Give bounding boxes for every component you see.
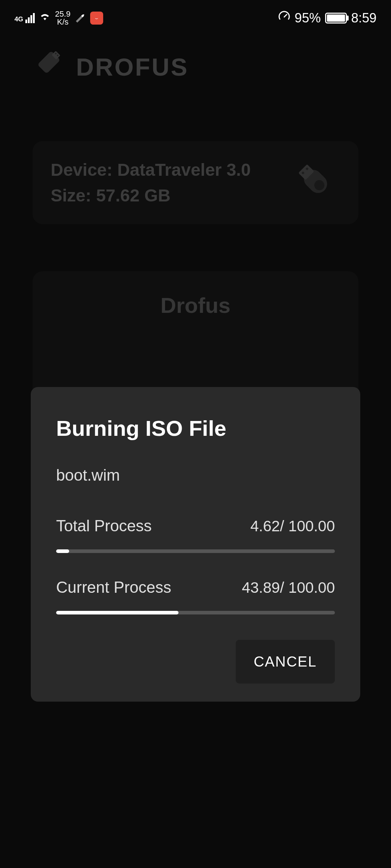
total-progress-section: Total Process 4.62/ 100.00 [56, 517, 335, 553]
total-progress-fill [56, 549, 69, 553]
current-progress-section: Current Process 43.89/ 100.00 [56, 578, 335, 614]
dialog-filename: boot.wim [56, 466, 335, 484]
dialog-actions: CANCEL [56, 640, 335, 684]
cancel-button[interactable]: CANCEL [236, 640, 335, 684]
current-progress-bar [56, 611, 335, 614]
current-progress-fill [56, 611, 178, 614]
total-progress-bar [56, 549, 335, 553]
total-progress-label: Total Process [56, 517, 152, 535]
modal-overlay: Burning ISO File boot.wim Total Process … [0, 0, 391, 868]
burning-dialog: Burning ISO File boot.wim Total Process … [31, 387, 360, 702]
total-progress-value: 4.62/ 100.00 [250, 518, 335, 535]
current-progress-label: Current Process [56, 578, 171, 596]
dialog-title: Burning ISO File [56, 416, 335, 441]
current-progress-value: 43.89/ 100.00 [242, 579, 335, 596]
